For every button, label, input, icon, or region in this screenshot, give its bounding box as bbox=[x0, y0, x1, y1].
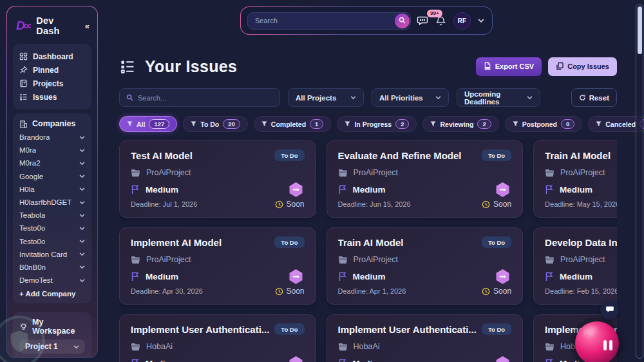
issue-priority: Medium bbox=[353, 272, 386, 281]
issue-project: ProAiProject bbox=[354, 168, 398, 177]
bell-icon[interactable]: 99+ bbox=[435, 15, 446, 26]
export-csv-button[interactable]: Export CSV bbox=[476, 57, 542, 76]
issue-project: ProAiProject bbox=[146, 255, 191, 264]
company-item[interactable]: Invitation Card bbox=[19, 248, 85, 261]
issue-priority: Medium bbox=[353, 359, 386, 362]
reset-label: Reset bbox=[589, 94, 609, 102]
avatar-chevron-icon[interactable] bbox=[478, 17, 484, 24]
sidebar-item-pinned[interactable]: Pinned bbox=[19, 63, 85, 77]
flag-icon bbox=[338, 185, 347, 195]
company-item[interactable]: H0lasrfbhDGET bbox=[19, 196, 85, 209]
chip-count-badge: 2 bbox=[477, 119, 491, 129]
issue-priority: Medium bbox=[146, 359, 178, 362]
gem-icon[interactable] bbox=[287, 355, 305, 362]
status-chip-all[interactable]: All 127 bbox=[119, 116, 177, 132]
issue-card[interactable]: Implement User Authenticati... To Do Hob… bbox=[327, 314, 524, 362]
company-item[interactable]: Teabola bbox=[19, 209, 85, 222]
sidebar-header: D∞ Dev Dash « bbox=[7, 6, 97, 40]
company-item[interactable]: Brandora bbox=[19, 131, 85, 144]
chevron-down-icon bbox=[79, 148, 85, 153]
status-chip-reviewing[interactable]: Reviewing 2 bbox=[422, 116, 498, 132]
companies-header-label: Companies bbox=[32, 119, 75, 128]
pause-icon bbox=[609, 340, 612, 350]
issue-card[interactable]: Develop Data Ingestion Pipe... To Do Pro… bbox=[533, 227, 617, 305]
app-title: Dev Dash bbox=[36, 15, 79, 36]
sidebar-item-issues[interactable]: Issues bbox=[19, 90, 85, 104]
gem-icon[interactable] bbox=[494, 181, 511, 198]
priorities-filter-dropdown[interactable]: All Priorities bbox=[372, 88, 449, 107]
add-company-button[interactable]: + Add Company bbox=[19, 290, 85, 298]
issue-title: Implement User Authenticati... bbox=[338, 324, 477, 335]
issues-search-input[interactable] bbox=[138, 94, 273, 102]
company-item[interactable]: Google bbox=[19, 170, 85, 183]
chat-icon[interactable] bbox=[417, 15, 428, 26]
issue-card[interactable]: Test AI Model To Do ProAiProject Medium … bbox=[119, 140, 316, 218]
search-submit-button[interactable] bbox=[395, 14, 410, 28]
avatar[interactable]: RF bbox=[453, 12, 471, 30]
folder-icon bbox=[338, 169, 348, 177]
companies-section: Companies Brandora M0ra M0ra2 Google H0l… bbox=[13, 113, 91, 303]
gem-icon[interactable] bbox=[287, 268, 305, 285]
issue-card[interactable]: Train AI Model To Do ProAiProject Medium… bbox=[533, 140, 617, 218]
status-chip-in-progress[interactable]: In Progress 2 bbox=[337, 116, 417, 132]
issue-title: Test AI Model bbox=[131, 150, 193, 161]
funnel-icon bbox=[596, 121, 601, 127]
notification-badge: 99+ bbox=[427, 10, 442, 17]
chevron-down-icon bbox=[79, 135, 85, 140]
chevron-down-icon bbox=[79, 173, 85, 179]
company-item[interactable]: B0nB0n bbox=[19, 261, 85, 274]
projects-filter-value: All Projects bbox=[296, 94, 336, 102]
funnel-icon bbox=[261, 121, 267, 127]
issues-icon bbox=[19, 93, 28, 101]
sidebar-item-dashboard[interactable]: Dashboard bbox=[19, 50, 85, 63]
issue-deadline: Deadline: May 15, 2026 bbox=[545, 200, 617, 208]
issue-title: Evaluate And Refine Model bbox=[338, 150, 462, 161]
gem-icon[interactable] bbox=[494, 268, 511, 285]
reset-filters-button[interactable]: Reset bbox=[571, 88, 617, 107]
chat-bubble-icon bbox=[605, 305, 614, 316]
status-chip-to-do[interactable]: To Do 20 bbox=[183, 116, 248, 132]
copy-issues-button[interactable]: Copy Issues bbox=[548, 57, 617, 76]
issue-card[interactable]: Implement AI Model To Do ProAiProject Me… bbox=[119, 227, 316, 305]
sidebar-collapse-icon[interactable]: « bbox=[85, 21, 90, 31]
scrollbar-track[interactable] bbox=[636, 4, 643, 359]
chat-fab-button[interactable] bbox=[600, 301, 619, 319]
issue-card[interactable]: Evaluate And Refine Model To Do ProAiPro… bbox=[327, 140, 524, 218]
chevron-down-icon bbox=[79, 264, 85, 270]
global-search-input[interactable] bbox=[247, 12, 411, 30]
chevron-down-icon bbox=[435, 95, 441, 100]
dashboard-icon bbox=[19, 52, 28, 61]
building-icon bbox=[19, 120, 28, 128]
gem-icon[interactable] bbox=[494, 355, 511, 362]
status-chip-completed[interactable]: Completed 1 bbox=[254, 116, 332, 132]
company-item[interactable]: M0ra bbox=[19, 144, 85, 157]
company-item[interactable]: H0la bbox=[19, 183, 85, 196]
deadlines-filter-dropdown[interactable]: Upcoming Deadlines bbox=[457, 88, 540, 107]
status-badge: To Do bbox=[482, 236, 511, 248]
recording-bubble[interactable] bbox=[575, 321, 619, 362]
flag-icon bbox=[545, 272, 554, 281]
funnel-icon bbox=[127, 121, 133, 127]
issue-card[interactable]: Implement User Authenticati... To Do Hob… bbox=[119, 314, 316, 362]
sidebar-item-projects[interactable]: Projects bbox=[19, 77, 85, 90]
company-item[interactable]: M0ra2 bbox=[19, 157, 85, 169]
gem-icon[interactable] bbox=[287, 181, 305, 198]
company-item[interactable]: DemoTest bbox=[19, 274, 85, 287]
status-chip-postponed[interactable]: Postponed 0 bbox=[505, 116, 583, 132]
refresh-icon bbox=[579, 94, 586, 101]
issue-project: HobaAi bbox=[146, 342, 173, 351]
issue-due-label: Soon bbox=[287, 287, 305, 296]
clock-icon bbox=[275, 287, 283, 296]
company-item[interactable]: Testo0o bbox=[19, 235, 85, 248]
topbar-icons: 99+ RF bbox=[417, 12, 484, 30]
issue-project: ProAiProject bbox=[560, 255, 605, 264]
scrollbar-thumb[interactable] bbox=[638, 6, 642, 54]
chevron-down-icon bbox=[79, 251, 85, 257]
pause-icon bbox=[603, 340, 607, 350]
issue-deadline: Deadline: Jul 1, 2026 bbox=[131, 200, 197, 208]
flag-icon bbox=[131, 185, 140, 195]
company-item[interactable]: Testo0o bbox=[19, 222, 85, 234]
projects-filter-dropdown[interactable]: All Projects bbox=[288, 88, 364, 107]
issue-card[interactable]: Train AI Model To Do ProAiProject Medium… bbox=[327, 227, 524, 305]
sidebar: D∞ Dev Dash « Dashboard Pinned Projects … bbox=[6, 6, 98, 358]
